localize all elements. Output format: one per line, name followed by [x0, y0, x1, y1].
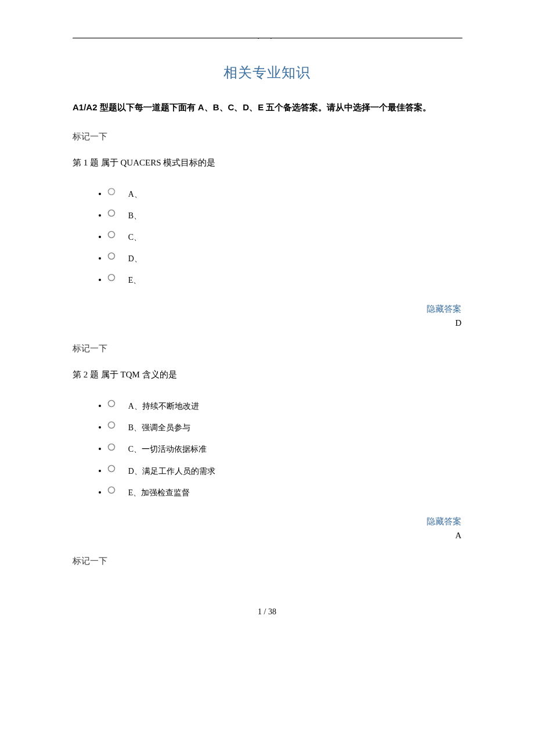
list-item[interactable]: C、 — [107, 226, 461, 248]
mark-note[interactable]: 标记一下 — [73, 556, 461, 567]
svg-point-5 — [109, 275, 115, 281]
page-number: 1 / 38 — [73, 607, 461, 617]
radio-icon[interactable] — [107, 486, 116, 496]
list-item[interactable]: C、一切活动依据标准 — [107, 438, 461, 460]
option-label: B、 — [128, 211, 142, 220]
answer-block: 隐藏答案 D — [73, 304, 461, 328]
option-list: A、 B、 C、 D、 E、 — [73, 183, 461, 291]
option-label: A、 — [128, 190, 142, 199]
svg-point-8 — [109, 444, 115, 450]
option-list: A、持续不断地改进 B、强调全员参与 C、一切活动依据标准 D、满足工作人员的需… — [73, 395, 461, 503]
svg-point-2 — [109, 210, 115, 217]
answer-letter: D — [73, 318, 461, 328]
svg-point-6 — [109, 401, 115, 407]
option-label: E、加强检查监督 — [128, 488, 190, 496]
radio-icon[interactable] — [107, 209, 116, 219]
list-item[interactable]: A、 — [107, 183, 461, 205]
hide-answer-link[interactable]: 隐藏答案 — [73, 516, 461, 527]
svg-point-10 — [109, 487, 115, 493]
option-label: D、满足工作人员的需求 — [128, 466, 215, 475]
mark-note[interactable]: 标记一下 — [73, 131, 461, 142]
mark-note[interactable]: 标记一下 — [73, 343, 461, 354]
option-label: C、 — [128, 233, 142, 242]
list-item[interactable]: A、持续不断地改进 — [107, 395, 461, 417]
top-dot-marker: . . — [73, 34, 461, 40]
answer-block: 隐藏答案 A — [73, 516, 461, 541]
radio-icon[interactable] — [107, 399, 116, 409]
option-label: B、强调全员参与 — [128, 423, 190, 432]
radio-icon[interactable] — [107, 273, 116, 283]
radio-icon[interactable] — [107, 188, 116, 197]
list-item[interactable]: D、 — [107, 248, 461, 269]
option-label: C、一切活动依据标准 — [128, 445, 207, 453]
list-item[interactable]: B、强调全员参与 — [107, 417, 461, 438]
question-type-instruction: A1/A2 型题以下每一道题下面有 A、B、C、D、E 五个备选答案。请从中选择… — [73, 99, 461, 115]
list-item[interactable]: B、 — [107, 205, 461, 226]
option-label: D、 — [128, 254, 142, 263]
page-container: . . 相关专业知识 A1/A2 型题以下每一道题下面有 A、B、C、D、E 五… — [0, 0, 534, 640]
svg-point-3 — [109, 232, 115, 238]
radio-icon[interactable] — [107, 252, 116, 262]
question-stem: 第 1 题 属于 QUACERS 模式目标的是 — [73, 157, 461, 168]
option-label: E、 — [128, 276, 142, 285]
question-stem: 第 2 题 属于 TQM 含义的是 — [73, 369, 461, 380]
radio-icon[interactable] — [107, 231, 116, 240]
page-title: 相关专业知识 — [73, 63, 461, 82]
radio-icon[interactable] — [107, 443, 116, 453]
option-label: A、持续不断地改进 — [128, 402, 199, 411]
hide-answer-link[interactable]: 隐藏答案 — [73, 304, 461, 315]
list-item[interactable]: E、 — [107, 269, 461, 291]
svg-point-7 — [109, 422, 115, 429]
list-item[interactable]: E、加强检查监督 — [107, 482, 461, 503]
answer-letter: A — [73, 531, 461, 541]
list-item[interactable]: D、满足工作人员的需求 — [107, 460, 461, 482]
radio-icon[interactable] — [107, 465, 116, 474]
radio-icon[interactable] — [107, 421, 116, 431]
svg-point-9 — [109, 465, 115, 471]
svg-point-4 — [109, 253, 115, 260]
